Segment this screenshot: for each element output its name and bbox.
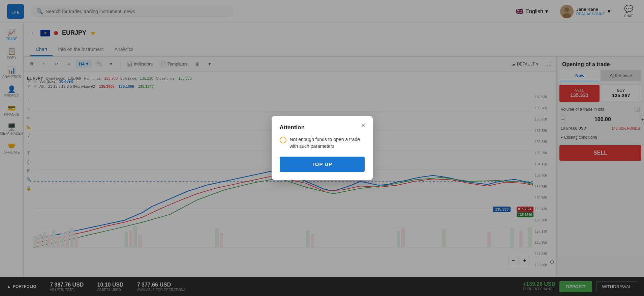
modal-message: ! Not enough funds to open a trade with … xyxy=(280,136,365,150)
modal-title: Attention xyxy=(280,124,365,131)
modal-message-text: Not enough funds to open a trade with su… xyxy=(290,136,365,150)
modal-overlay[interactable]: Attention ✕ ! Not enough funds to open a… xyxy=(0,0,644,296)
warning-icon: ! xyxy=(280,137,286,143)
attention-modal: Attention ✕ ! Not enough funds to open a… xyxy=(272,116,373,180)
modal-close-button[interactable]: ✕ xyxy=(359,122,367,130)
top-up-button[interactable]: TOP UP xyxy=(280,157,365,172)
